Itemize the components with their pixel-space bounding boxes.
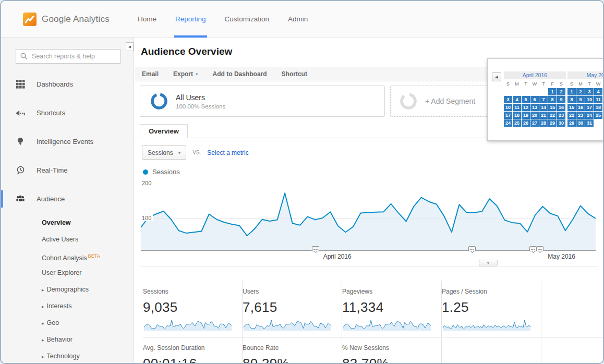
email-button[interactable]: Email [142, 70, 159, 78]
calendar-day[interactable]: 10 [585, 96, 594, 103]
calendar-prev-month-button[interactable]: ◀ [492, 72, 501, 81]
calendar-day[interactable]: 11 [594, 96, 602, 103]
calendar-day[interactable]: 24 [504, 119, 512, 127]
calendar-day[interactable]: 8 [548, 96, 557, 103]
calendar-day[interactable]: 4 [513, 96, 521, 103]
calendar-day[interactable]: 18 [594, 104, 602, 111]
calendar-day[interactable]: 1 [548, 88, 557, 95]
submenu-overview[interactable]: Overview [1, 214, 134, 231]
nav-customization[interactable]: Customization [225, 1, 270, 38]
sidebar-collapse-button[interactable]: ◀ [126, 42, 134, 51]
calendar-grid: SMTWTFS123456789101112131415161718192021… [504, 80, 566, 127]
calendar-day[interactable]: 29 [567, 119, 576, 127]
calendar-day[interactable]: 2 [576, 88, 585, 95]
top-navigation: Home Reporting Customization Admin [138, 1, 308, 38]
submenu-active-users[interactable]: Active Users [1, 231, 134, 248]
timeline-collapse-button[interactable]: ▼ [479, 260, 498, 266]
calendar-day[interactable]: 16 [557, 104, 565, 111]
calendar-day[interactable]: 9 [576, 96, 585, 103]
nav-reporting[interactable]: Reporting [175, 1, 206, 38]
chevron-down-icon: ▾ [178, 150, 181, 155]
calendar-day[interactable]: 12 [522, 104, 530, 111]
calendar-day[interactable]: 8 [567, 96, 576, 103]
select-metric-link[interactable]: Select a metric [207, 149, 248, 156]
nav-admin[interactable]: Admin [288, 1, 308, 38]
calendar-day[interactable]: 30 [576, 119, 585, 127]
segment-donut-icon [150, 92, 168, 111]
annotation-flag-icon[interactable] [468, 246, 476, 251]
submenu-geo[interactable]: ▸Geo [1, 314, 134, 331]
google-analytics-brand[interactable]: Google Analytics [23, 13, 131, 26]
line-chart-plot[interactable] [141, 184, 596, 251]
calendar-day[interactable]: 29 [548, 119, 557, 127]
sidebar-item-real-time[interactable]: Real-Time [1, 156, 134, 185]
sessions-sparkline [143, 319, 233, 332]
submenu-cohort-analysis[interactable]: Cohort AnalysisBETA [1, 248, 134, 264]
calendar-day[interactable]: 9 [557, 96, 565, 103]
add-to-dashboard-button[interactable]: Add to Dashboard [213, 70, 267, 78]
nav-home[interactable]: Home [138, 1, 156, 38]
calendar-day[interactable]: 30 [557, 119, 565, 127]
calendar-day[interactable]: 15 [548, 104, 557, 111]
calendar-day[interactable]: 15 [567, 104, 576, 111]
calendar-day[interactable]: 22 [567, 112, 576, 119]
sidebar-item-audience[interactable]: Audience [1, 185, 134, 213]
calendar-day[interactable]: 17 [504, 112, 512, 119]
calendar-day[interactable]: 6 [530, 96, 539, 103]
calendar-day[interactable]: 25 [513, 119, 521, 127]
empty-donut-icon [399, 92, 418, 111]
legend-label: Sessions [152, 168, 180, 176]
y-axis-tick-200: 200 [142, 180, 153, 186]
all-users-segment-card[interactable]: All Users 100.00% Sessions [140, 86, 385, 117]
calendar-day[interactable]: 19 [522, 112, 530, 119]
export-button[interactable]: Export▾ [173, 70, 198, 78]
calendar-day[interactable]: 21 [539, 112, 548, 119]
calendar-day[interactable]: 10 [504, 104, 512, 111]
calendar-day[interactable]: 20 [530, 112, 539, 119]
submenu-behavior[interactable]: ▸Behavior [1, 331, 134, 348]
calendar-day[interactable]: 11 [513, 104, 521, 111]
calendar-day[interactable]: 2 [557, 88, 565, 95]
calendar-day[interactable]: 26 [522, 119, 530, 127]
search-icon [20, 52, 28, 60]
shortcut-button[interactable]: Shortcut [282, 70, 307, 78]
annotation-flag-icon[interactable] [536, 246, 543, 251]
annotation-flag-icon[interactable] [529, 246, 537, 251]
sidebar-item-dashboards[interactable]: Dashboards [1, 70, 134, 99]
calendar-day[interactable]: 24 [585, 112, 594, 119]
calendar-day[interactable]: 17 [585, 104, 594, 111]
calendar-day[interactable]: 4 [594, 88, 602, 95]
submenu-user-explorer[interactable]: User Explorer [1, 264, 134, 281]
calendar-day[interactable]: 5 [522, 96, 530, 103]
calendar-day[interactable]: 7 [539, 96, 548, 103]
calendar-day[interactable]: 18 [513, 112, 521, 119]
expand-triangle-icon: ▸ [42, 287, 44, 293]
submenu-interests[interactable]: ▸Interests [1, 298, 134, 314]
search-input[interactable] [31, 50, 118, 63]
calendar-day[interactable]: 3 [504, 96, 512, 103]
calendar-day[interactable]: 1 [567, 88, 576, 95]
tab-overview[interactable]: Overview [140, 124, 188, 138]
sidebar-item-intelligence-events[interactable]: Intelligence Events [1, 127, 134, 156]
sidebar-item-shortcuts[interactable]: Shortcuts [1, 99, 134, 127]
calendar-day[interactable]: 13 [530, 104, 539, 111]
submenu-demographics[interactable]: ▸Demographics [1, 281, 134, 298]
sidebar-item-label: Dashboards [37, 80, 73, 88]
calendar-day[interactable]: 31 [585, 119, 594, 127]
metric-dropdown[interactable]: Sessions ▾ [142, 145, 186, 160]
submenu-technology[interactable]: ▸Technology [1, 348, 134, 364]
calendar-day[interactable]: 25 [594, 112, 602, 119]
calendar-day[interactable]: 27 [530, 119, 539, 127]
chart-legend: Sessions [143, 168, 603, 176]
annotation-flag-icon[interactable] [312, 246, 319, 251]
calendar-day[interactable]: 3 [585, 88, 594, 95]
calendar-day[interactable]: 23 [576, 112, 585, 119]
sidebar-item-label: Intelligence Events [37, 138, 93, 145]
calendar-day[interactable]: 14 [539, 104, 548, 111]
sessions-timeline-chart: 200 100 April 2016 May 2016 ▼ [141, 179, 600, 275]
calendar-day[interactable]: 16 [576, 104, 585, 111]
calendar-day[interactable]: 28 [539, 119, 548, 127]
calendar-day[interactable]: 22 [548, 112, 557, 119]
calendar-day[interactable]: 23 [557, 112, 565, 119]
expand-triangle-icon: ▸ [42, 354, 44, 359]
